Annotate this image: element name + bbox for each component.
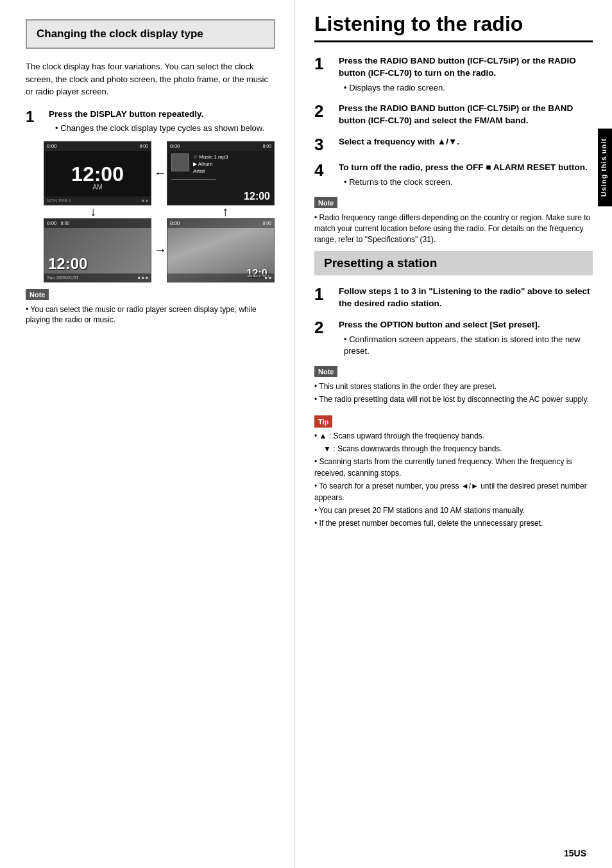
left-note-label: Note bbox=[30, 291, 45, 299]
clock-bottombar-1: MON FEB 4■ ■ bbox=[44, 196, 151, 205]
preset-note-label: Note bbox=[318, 368, 334, 376]
preset-note-line-1: This unit stores stations in the order t… bbox=[314, 381, 593, 392]
clock-am-1: AM bbox=[93, 184, 103, 191]
clock-image-topright: 8:00 8:00 ☆ Music 1.mp3 ▶ Album Artist ─… bbox=[167, 141, 275, 205]
right-step-num-2: 2 bbox=[314, 103, 334, 119]
step-1-content: Press the DISPLAY button repeatedly. Cha… bbox=[49, 108, 264, 135]
right-step-title-4: To turn off the radio, press the OFF ■ A… bbox=[339, 162, 593, 174]
right-step-1: 1 Press the RADIO BAND button (ICF-CL75i… bbox=[314, 55, 593, 94]
clock-small-1: 12:00 bbox=[244, 191, 270, 202]
preset-note-text: This unit stores stations in the order t… bbox=[314, 381, 593, 405]
left-note-wrapper: Note You can select the music or radio p… bbox=[26, 289, 275, 326]
right-step-num-3: 3 bbox=[314, 136, 334, 153]
section-header-box: Changing the clock display type bbox=[26, 19, 275, 49]
clock-display-images: 8:00 8:00 12:00 AM MON FEB 4■ ■ 8:00 8:0… bbox=[44, 141, 275, 282]
tip-header: Tip bbox=[314, 415, 332, 428]
music-content: ☆ Music 1.mp3 ▶ Album Artist bbox=[171, 153, 270, 175]
clock-topbar-3: 8:00 8:00 bbox=[44, 219, 151, 228]
clock-face-1: 12:00 AM bbox=[44, 142, 151, 205]
tip-text: ▲ : Scans upward through the frequency b… bbox=[314, 430, 593, 529]
main-title: Listening to the radio bbox=[314, 13, 593, 42]
step-1-title: Press the DISPLAY button repeatedly. bbox=[49, 108, 264, 121]
tip-wrapper: Tip ▲ : Scans upward through the frequen… bbox=[314, 410, 593, 529]
right-note-text: Radio frequency range differs depending … bbox=[314, 213, 593, 245]
sidebar-tab: Using this unit bbox=[598, 128, 612, 206]
preset-step-title-2: Press the OPTION button and select [Set … bbox=[339, 319, 593, 331]
right-step-content-1: Press the RADIO BAND button (ICF-CL75iP)… bbox=[339, 55, 593, 94]
left-step-1: 1 Press the DISPLAY button repeatedly. C… bbox=[26, 108, 275, 135]
step-1-bullet: Changes the clock display type cycles as… bbox=[55, 123, 264, 134]
preset-step-num-1: 1 bbox=[314, 286, 334, 302]
preset-note-line-2: The radio presetting data will not be lo… bbox=[314, 394, 593, 405]
right-step-bullet-4: Returns to the clock screen. bbox=[344, 177, 593, 188]
tip-line-4: You can preset 20 FM stations and 10 AM … bbox=[314, 505, 593, 516]
preset-step-num-2: 2 bbox=[314, 319, 334, 336]
section-title: Changing the clock display type bbox=[37, 27, 264, 41]
right-column: Listening to the radio 1 Press the RADIO… bbox=[295, 0, 612, 868]
clock-topbar-2: 8:00 8:00 bbox=[167, 142, 274, 151]
right-step-bullet-1: Displays the radio screen. bbox=[344, 82, 593, 94]
preset-step-1: 1 Follow steps 1 to 3 in "Listening to t… bbox=[314, 286, 593, 310]
arrow-left-top: ← bbox=[151, 166, 169, 180]
tip-line-1: ▲ : Scans upward through the frequency b… bbox=[314, 430, 593, 442]
tip-line-1b: ▼ : Scans downwards through the frequenc… bbox=[323, 443, 593, 455]
right-step-2: 2 Press the RADIO BAND button (ICF-CL75i… bbox=[314, 103, 593, 127]
page-number: 15US bbox=[564, 848, 586, 858]
right-step-num-4: 4 bbox=[314, 162, 334, 178]
right-step-title-2: Press the RADIO BAND button (ICF-CL75iP)… bbox=[339, 103, 593, 127]
right-step-4: 4 To turn off the radio, press the OFF ■… bbox=[314, 162, 593, 188]
tip-line-3: To search for a preset number, you press… bbox=[314, 480, 593, 503]
clock-bottombar-3: Sun 2009/01/01■ ■ ■ bbox=[44, 273, 151, 282]
right-note-header: Note bbox=[314, 197, 337, 208]
clock-image-bottomright: 8:00 8:00 12:0. ■ ■ bbox=[167, 218, 275, 282]
preset-step-bullet-2: Confirmation screen appears, the station… bbox=[344, 334, 593, 357]
left-note-text: You can select the music or radio player… bbox=[26, 304, 275, 326]
body-text: The clock display has four variations. Y… bbox=[26, 60, 275, 98]
right-note-wrapper: Note Radio frequency range differs depen… bbox=[314, 197, 593, 245]
left-column: Changing the clock display type The cloc… bbox=[0, 0, 295, 868]
preset-step-title-1: Follow steps 1 to 3 in "Listening to the… bbox=[339, 286, 593, 310]
right-note-line-1: Radio frequency range differs depending … bbox=[314, 213, 593, 245]
preset-note-header: Note bbox=[314, 366, 337, 377]
music-info: ☆ Music 1.mp3 ▶ Album Artist bbox=[193, 153, 228, 175]
preset-note-wrapper: Note This unit stores stations in the or… bbox=[314, 366, 593, 405]
arrow-down-left: ↓ bbox=[90, 205, 96, 218]
clock-time-bottomleft: 12:00 bbox=[48, 255, 87, 273]
left-note-line-1: You can select the music or radio player… bbox=[26, 304, 275, 326]
clock-time-1: 12:00 bbox=[71, 162, 124, 186]
music-progress: ────────────── bbox=[171, 177, 270, 182]
right-step-num-1: 1 bbox=[314, 55, 334, 72]
right-step-content-3: Select a frequency with ▲/▼. bbox=[339, 136, 593, 148]
clock-bottombar-4: ■ ■ bbox=[167, 273, 274, 282]
clock-topbar-4: 8:00 8:00 bbox=[167, 219, 274, 228]
preset-title: Presetting a station bbox=[324, 256, 583, 270]
right-step-content-2: Press the RADIO BAND button (ICF-CL75iP)… bbox=[339, 103, 593, 127]
tip-line-2: Scanning starts from the currently tuned… bbox=[314, 456, 593, 479]
sidebar-label: Using this unit bbox=[600, 138, 608, 196]
clock-image-bottomleft: 8:00 8:00 12:00 Sun 2009/01/01■ ■ ■ bbox=[44, 218, 151, 282]
right-step-3: 3 Select a frequency with ▲/▼. bbox=[314, 136, 593, 153]
arrow-up-right: ↑ bbox=[222, 205, 228, 218]
right-step-title-1: Press the RADIO BAND button (ICF-CL75iP)… bbox=[339, 55, 593, 80]
preset-section-box: Presetting a station bbox=[314, 251, 593, 275]
preset-step-content-2: Press the OPTION button and select [Set … bbox=[339, 319, 593, 357]
left-note-header: Note bbox=[26, 289, 49, 300]
right-step-content-4: To turn off the radio, press the OFF ■ A… bbox=[339, 162, 593, 188]
music-album-art bbox=[171, 153, 189, 171]
tip-line-5: If the preset number becomes full, delet… bbox=[314, 517, 593, 529]
right-note-label: Note bbox=[318, 199, 334, 207]
step-number-1: 1 bbox=[26, 108, 44, 125]
tip-label: Tip bbox=[318, 418, 328, 426]
preset-step-content-1: Follow steps 1 to 3 in "Listening to the… bbox=[339, 286, 593, 310]
page-container: Changing the clock display type The cloc… bbox=[0, 0, 612, 868]
clock-image-topleft: 8:00 8:00 12:00 AM MON FEB 4■ ■ bbox=[44, 141, 151, 205]
clock-topbar-1: 8:00 8:00 bbox=[44, 142, 151, 151]
right-step-title-3: Select a frequency with ▲/▼. bbox=[339, 136, 593, 148]
preset-step-2: 2 Press the OPTION button and select [Se… bbox=[314, 319, 593, 357]
